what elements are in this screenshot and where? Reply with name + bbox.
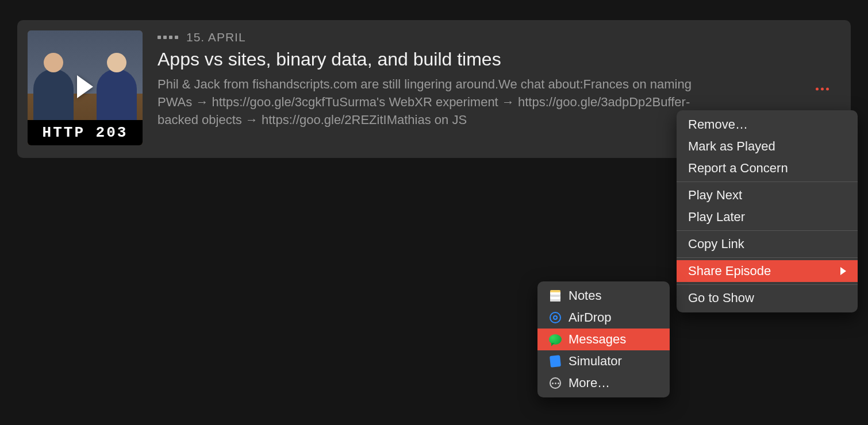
- share-item-more[interactable]: More…: [537, 372, 670, 394]
- menu-item-label: Remove…: [688, 117, 748, 132]
- share-item-label: More…: [569, 376, 610, 391]
- artwork-person: [97, 69, 137, 123]
- episode-description: Phil & Jack from fishandscripts.com are …: [158, 76, 704, 129]
- more-options-button[interactable]: [811, 83, 834, 95]
- messages-icon: [549, 333, 562, 346]
- episode-date: 15. APRIL: [186, 30, 246, 44]
- share-submenu[interactable]: NotesAirDropMessagesSimulatorMore…: [537, 281, 670, 397]
- menu-item-remove[interactable]: Remove…: [677, 114, 858, 136]
- episode-artwork[interactable]: HTTP 203: [28, 30, 143, 145]
- context-menu[interactable]: Remove…Mark as PlayedReport a ConcernPla…: [677, 110, 858, 312]
- notes-icon: [549, 289, 562, 302]
- artwork-label: HTTP 203: [28, 120, 143, 145]
- share-item-label: Notes: [569, 288, 601, 303]
- share-item-simulator[interactable]: Simulator: [537, 350, 670, 372]
- menu-item-share-episode[interactable]: Share Episode: [677, 260, 858, 282]
- more-icon: [549, 377, 562, 389]
- menu-item-label: Copy Link: [688, 237, 744, 252]
- menu-item-report-a-concern[interactable]: Report a Concern: [677, 157, 858, 179]
- share-item-messages[interactable]: Messages: [537, 329, 670, 350]
- artwork-person: [33, 69, 74, 123]
- share-item-label: Simulator: [569, 354, 622, 369]
- dot-icon: [826, 88, 829, 91]
- menu-divider: [677, 284, 858, 285]
- menu-item-play-next[interactable]: Play Next: [677, 184, 858, 206]
- menu-item-label: Share Episode: [688, 264, 771, 279]
- dot-icon: [821, 88, 824, 91]
- menu-item-mark-as-played[interactable]: Mark as Played: [677, 136, 858, 157]
- episode-title[interactable]: Apps vs sites, binary data, and build ti…: [158, 49, 840, 70]
- menu-item-label: Play Next: [688, 188, 742, 203]
- dot-icon: [816, 88, 819, 91]
- menu-item-label: Mark as Played: [688, 139, 775, 154]
- play-icon[interactable]: [77, 75, 93, 98]
- menu-item-label: Go to Show: [688, 291, 754, 306]
- menu-item-go-to-show[interactable]: Go to Show: [677, 287, 858, 309]
- menu-item-label: Play Later: [688, 210, 745, 225]
- menu-divider: [677, 181, 858, 182]
- submenu-arrow-icon: [840, 267, 846, 275]
- menu-item-play-later[interactable]: Play Later: [677, 206, 858, 228]
- share-item-notes[interactable]: Notes: [537, 285, 670, 307]
- share-item-label: AirDrop: [569, 310, 612, 325]
- menu-divider: [677, 230, 858, 231]
- airdrop-icon: [549, 311, 562, 324]
- share-item-label: Messages: [569, 332, 626, 347]
- menu-item-copy-link[interactable]: Copy Link: [677, 233, 858, 255]
- simulator-icon: [549, 355, 562, 368]
- episode-date-row: 15. APRIL: [158, 30, 840, 44]
- share-item-airdrop[interactable]: AirDrop: [537, 307, 670, 329]
- menu-divider: [677, 257, 858, 258]
- menu-item-label: Report a Concern: [688, 161, 788, 176]
- progress-dots-icon: [158, 36, 178, 39]
